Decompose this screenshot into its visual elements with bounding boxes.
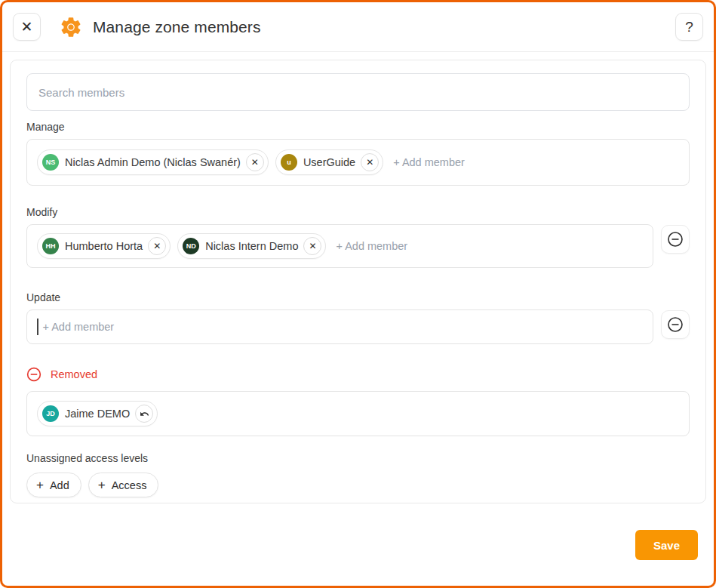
text-caret <box>37 319 38 335</box>
unassigned-buttons-row: + Add + Access <box>26 473 690 497</box>
remove-modify-row-button[interactable] <box>661 225 690 254</box>
update-members-box[interactable]: + Add member <box>26 309 653 344</box>
search-input[interactable] <box>26 73 690 111</box>
x-glyph: ✕ <box>153 241 161 251</box>
manage-members-box: NS Niclas Admin Demo (Niclas Swanér) ✕ u… <box>26 139 690 186</box>
help-button[interactable]: ? <box>675 13 703 41</box>
add-access-level-button[interactable]: + Add <box>26 473 81 497</box>
close-icon: ✕ <box>21 18 33 35</box>
member-chip: u UserGuide ✕ <box>275 149 383 175</box>
avatar: u <box>281 154 297 171</box>
update-label: Update <box>26 291 690 303</box>
minus-circle-icon <box>667 231 684 248</box>
member-name: UserGuide <box>303 156 355 168</box>
button-label: Add <box>50 479 69 491</box>
remove-member-icon[interactable]: ✕ <box>361 153 379 171</box>
avatar: HH <box>42 238 59 254</box>
x-glyph: ✕ <box>251 157 259 168</box>
modify-label: Modify <box>26 206 690 218</box>
modify-row: HH Humberto Horta ✕ ND Niclas Intern Dem… <box>26 218 690 268</box>
removed-member-chip: JD Jaime DEMO <box>37 401 158 426</box>
members-panel: Manage NS Niclas Admin Demo (Niclas Swan… <box>10 60 706 503</box>
removed-label: Removed <box>51 368 97 380</box>
avatar: NS <box>42 154 59 171</box>
removed-section-header: Removed <box>26 367 690 382</box>
update-input[interactable]: + Add member <box>37 319 643 335</box>
member-name: Niclas Admin Demo (Niclas Swanér) <box>65 156 241 168</box>
removed-members-box: JD Jaime DEMO <box>26 391 690 436</box>
add-member-link[interactable]: + Add member <box>393 156 465 168</box>
remove-update-row-button[interactable] <box>661 310 690 339</box>
avatar: JD <box>42 405 59 422</box>
add-member-placeholder: + Add member <box>43 321 115 333</box>
member-chip: NS Niclas Admin Demo (Niclas Swanér) ✕ <box>37 149 269 175</box>
member-name: Niclas Intern Demo <box>205 240 298 252</box>
manage-zone-members-dialog: ✕ Manage zone members ? Manage NS Niclas… <box>0 0 716 588</box>
x-glyph: ✕ <box>366 157 373 168</box>
dialog-header: ✕ Manage zone members ? <box>2 2 714 52</box>
member-name: Jaime DEMO <box>65 408 130 420</box>
close-button[interactable]: ✕ <box>13 13 41 41</box>
remove-member-icon[interactable]: ✕ <box>303 237 321 255</box>
save-button[interactable]: Save <box>635 530 698 560</box>
update-row: + Add member <box>26 303 690 344</box>
remove-member-icon[interactable]: ✕ <box>148 237 166 255</box>
dialog-title: Manage zone members <box>93 18 261 36</box>
gear-icon <box>59 15 83 39</box>
avatar: ND <box>183 238 199 254</box>
remove-member-icon[interactable]: ✕ <box>246 153 264 171</box>
modify-members-box: HH Humberto Horta ✕ ND Niclas Intern Dem… <box>26 224 653 268</box>
access-button[interactable]: + Access <box>88 473 159 497</box>
undo-icon <box>140 409 149 419</box>
undo-remove-button[interactable] <box>135 405 153 423</box>
removed-minus-circle-icon <box>26 367 41 382</box>
unassigned-label: Unassigned access levels <box>26 452 690 464</box>
plus-icon: + <box>36 478 44 493</box>
help-icon: ? <box>685 19 693 35</box>
member-chip: HH Humberto Horta ✕ <box>37 233 171 259</box>
plus-icon: + <box>98 478 106 493</box>
add-member-link[interactable]: + Add member <box>336 240 407 252</box>
member-chip: ND Niclas Intern Demo ✕ <box>177 233 326 259</box>
button-label: Access <box>112 479 147 491</box>
dialog-footer: Save <box>2 530 714 560</box>
x-glyph: ✕ <box>309 241 316 251</box>
member-name: Humberto Horta <box>65 240 143 252</box>
manage-label: Manage <box>26 121 690 133</box>
minus-circle-icon <box>667 316 684 333</box>
